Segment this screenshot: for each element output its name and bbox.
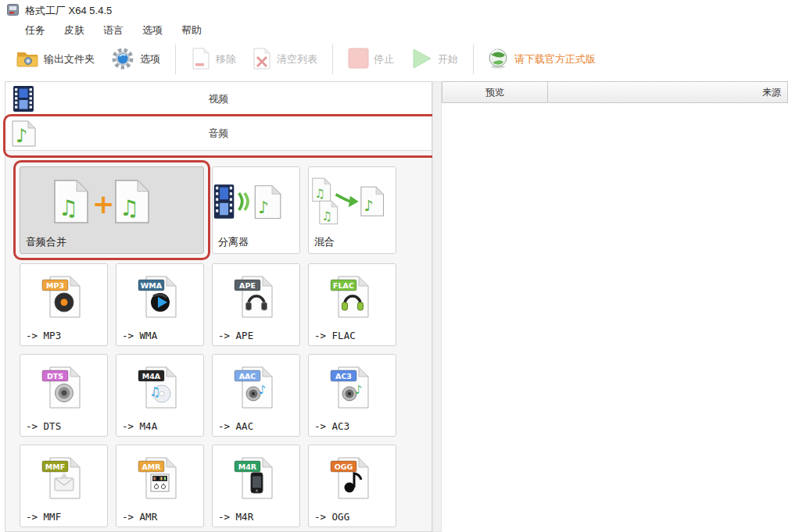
- download-official-label: 请下载官方正式版: [514, 52, 596, 66]
- gear-icon: [110, 46, 135, 73]
- svg-text:MP3: MP3: [45, 281, 63, 290]
- merge-icon: ♫+♫: [20, 169, 203, 234]
- tile-label-to-flac: -> FLAC: [314, 330, 356, 341]
- tile-to-mp3[interactable]: MP3 -> MP3: [20, 263, 108, 346]
- tile-to-amr[interactable]: AMR -> AMR: [116, 445, 204, 527]
- svg-text:♪: ♪: [364, 197, 373, 215]
- svg-text:AAC: AAC: [238, 372, 256, 380]
- svg-text:♪: ♪: [259, 383, 267, 397]
- tile-to-m4r[interactable]: M4R -> M4R: [212, 445, 300, 527]
- tile-to-aac[interactable]: ♪AAC -> AAC: [212, 354, 300, 437]
- svg-text:M4R: M4R: [238, 462, 256, 471]
- svg-text:♫: ♫: [322, 209, 333, 223]
- tile-label-to-wma: -> WMA: [122, 330, 157, 341]
- app-logo-icon: [7, 4, 19, 16]
- start-play-icon: [410, 47, 433, 73]
- download-official-link[interactable]: 请下载官方正式版: [482, 45, 600, 75]
- window-title: 格式工厂 X64 5.4.5: [25, 4, 112, 18]
- tile-splitter[interactable]: ♪ 分离器: [212, 166, 300, 254]
- column-header-preview[interactable]: 预览: [442, 82, 548, 102]
- tile-audio-merge[interactable]: ♫+♫ 音频合并: [20, 166, 204, 254]
- titlebar: 格式工厂 X64 5.4.5: [0, 0, 788, 20]
- svg-text:WMA: WMA: [140, 281, 162, 290]
- menubar: 任务 皮肤 语言 选项 帮助: [25, 23, 202, 37]
- tile-to-m4a[interactable]: ♫M4A -> M4A: [116, 354, 204, 437]
- mixer-icon: AMR: [116, 447, 203, 508]
- clear-list-x-icon: [252, 47, 272, 73]
- start-label: 开始: [438, 52, 458, 66]
- category-audio-label: 音频: [5, 127, 432, 141]
- menu-language[interactable]: 语言: [103, 23, 124, 37]
- menu-task[interactable]: 任务: [25, 23, 45, 37]
- tile-to-ape[interactable]: APE -> APE: [212, 263, 300, 346]
- svg-text:APE: APE: [239, 281, 256, 290]
- menu-skin[interactable]: 皮肤: [64, 23, 84, 37]
- stop-label: 停止: [374, 52, 394, 66]
- globe-icon: [487, 48, 509, 72]
- headphones-black-icon: APE: [213, 266, 299, 327]
- options-button[interactable]: 选项: [104, 43, 167, 77]
- vinyl-icon: MP3: [20, 266, 107, 327]
- menu-help[interactable]: 帮助: [181, 23, 202, 37]
- tile-label-to-m4a: -> M4A: [122, 420, 157, 432]
- svg-text:♪: ♪: [355, 383, 363, 397]
- stop-square-icon: [348, 48, 369, 71]
- envelope-icon: MMF: [20, 447, 107, 508]
- disc-play-icon: WMA: [116, 266, 203, 327]
- svg-text:♫: ♫: [120, 195, 139, 221]
- output-folder-button[interactable]: 输出文件夹: [9, 45, 101, 74]
- tile-to-mmf[interactable]: MMF -> MMF: [20, 445, 108, 527]
- svg-text:♫: ♫: [314, 187, 325, 201]
- folder-icon: [16, 48, 39, 71]
- tile-to-ac3[interactable]: ♪AC3 -> AC3: [308, 354, 396, 437]
- tile-label-audio-merge: 音频合并: [26, 235, 66, 249]
- remove-button[interactable]: 移除: [184, 44, 242, 76]
- svg-text:♪: ♪: [258, 198, 269, 217]
- start-button[interactable]: 开始: [403, 44, 464, 76]
- tile-label-to-mmf: -> MMF: [26, 511, 61, 523]
- tile-label-to-m4r: -> M4R: [218, 511, 253, 523]
- format-factory-window: 格式工厂 X64 5.4.5 任务 皮肤 语言 选项 帮助 输出文件夹 选项 移…: [0, 0, 788, 532]
- tile-to-wma[interactable]: WMA -> WMA: [116, 263, 204, 346]
- list-body[interactable]: [442, 103, 788, 532]
- tile-to-flac[interactable]: FLAC -> FLAC: [308, 263, 396, 346]
- left-panel: 视频 ♪ 音频 ♫+♫ 音频合并 ♪ 分离器 ♫♫♪ 混合 MP3 -> MP3…: [5, 81, 432, 532]
- svg-text:♫: ♫: [149, 384, 160, 399]
- phone-icon: M4R: [213, 447, 299, 508]
- tile-label-splitter: 分离器: [218, 235, 249, 249]
- column-header-source[interactable]: 来源: [548, 82, 787, 102]
- note-ball-icon: OGG: [309, 447, 396, 508]
- svg-text:AMR: AMR: [141, 462, 161, 471]
- headphones-green-icon: FLAC: [309, 266, 396, 327]
- tile-label-to-ac3: -> AC3: [314, 420, 349, 432]
- options-label: 选项: [140, 52, 160, 66]
- menu-options[interactable]: 选项: [142, 23, 163, 37]
- category-audio[interactable]: ♪ 音频: [5, 116, 432, 151]
- svg-text:OGG: OGG: [334, 462, 353, 471]
- svg-text:M4A: M4A: [141, 372, 160, 380]
- tile-label-to-dts: -> DTS: [26, 420, 61, 432]
- speaker-note-green-icon: ♪AC3: [309, 356, 396, 417]
- remove-document-icon: [191, 47, 211, 73]
- svg-text:FLAC: FLAC: [333, 281, 354, 290]
- stop-button[interactable]: 停止: [342, 45, 400, 74]
- clear-list-button[interactable]: 清空列表: [245, 44, 324, 76]
- tile-label-to-ape: -> APE: [218, 330, 253, 341]
- tile-label-to-mp3: -> MP3: [26, 330, 61, 341]
- svg-text:♫: ♫: [59, 195, 78, 221]
- left-panel-scrollbar[interactable]: [432, 81, 442, 532]
- tile-label-mix: 混合: [314, 235, 335, 249]
- svg-text:+: +: [92, 188, 115, 220]
- tile-to-ogg[interactable]: OGG -> OGG: [308, 445, 396, 527]
- svg-text:MMF: MMF: [45, 462, 64, 471]
- svg-text:AC3: AC3: [335, 372, 352, 380]
- category-video[interactable]: 视频: [5, 82, 432, 116]
- toolbar-separator: [332, 45, 333, 74]
- split-icon: ♪: [213, 169, 299, 234]
- tile-to-dts[interactable]: DTS -> DTS: [20, 354, 108, 437]
- list-header: 预览 来源: [442, 81, 788, 103]
- speaker-icon: DTS: [20, 356, 107, 417]
- tile-mix[interactable]: ♫♫♪ 混合: [308, 166, 396, 254]
- output-folder-label: 输出文件夹: [44, 52, 95, 66]
- cd-notes-icon: ♫M4A: [116, 356, 203, 417]
